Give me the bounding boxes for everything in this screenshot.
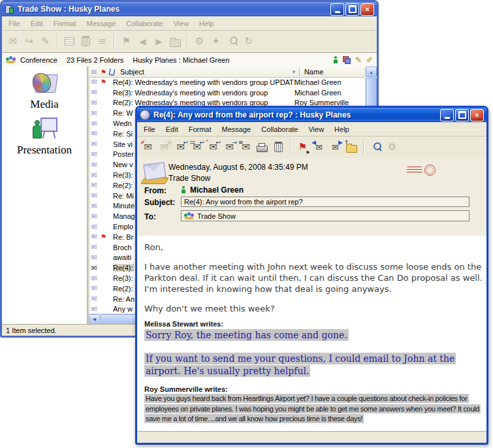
reply-with-quote-button[interactable]: ✉↩ — [189, 139, 205, 156]
menu-view[interactable]: View — [304, 124, 328, 135]
flag-button[interactable]: ⚑ — [118, 33, 135, 50]
summarize-button[interactable] — [61, 33, 78, 50]
title-bar[interactable]: Trade Show : Husky Planes × — [2, 2, 377, 16]
settings-button[interactable]: ✦ — [208, 33, 224, 50]
toolbar: ✉ ↪ ✎ ≡ ⚑ ◀ ▶ ⚙ ✦ ↻ — [2, 31, 377, 53]
subject-value: Re(4): Any word from the airport rep? — [184, 198, 303, 206]
subject-column-header[interactable]: Subject — [120, 68, 291, 76]
column-divider[interactable] — [299, 67, 300, 76]
menu-collaborate[interactable]: Collaborate — [121, 18, 167, 29]
toolbar-separator — [57, 34, 58, 50]
pencil-icon[interactable]: ✎ — [355, 56, 362, 65]
reply-button[interactable]: ✉↩ — [172, 139, 189, 156]
window-title: Re(4): Any word from the airport rep? : … — [153, 110, 437, 120]
list-header[interactable]: ✉ ⚑ Subject ▼ Name — [89, 67, 366, 78]
close-button[interactable]: × — [470, 109, 484, 121]
search-button[interactable] — [224, 33, 240, 50]
forward-icon: → — [232, 140, 237, 146]
unsend-button[interactable]: ✉⊘ — [156, 139, 172, 156]
window-controls: × — [330, 3, 374, 16]
sort-direction-icon[interactable]: ▼ — [291, 69, 296, 75]
menu-file[interactable]: File — [4, 18, 25, 29]
print-button[interactable] — [254, 139, 270, 156]
body-paragraph: I have another meeting with John next we… — [144, 261, 486, 295]
maximize-button[interactable] — [455, 109, 469, 121]
envelope-column-icon[interactable]: ✉ — [89, 69, 99, 76]
maximize-icon — [458, 111, 466, 119]
envelope-icon: ✉ — [315, 143, 323, 152]
parent-folder-button[interactable]: ↑ — [343, 139, 360, 156]
message-icon: ✉ — [89, 140, 99, 148]
toolbar: ✉✔ ✉⊘ ✉↩ ✉↩ ✉“↩ ✉→ ✉≡ ⚑▶ ✉◀ ✉▶ ↑ ⚙ — [137, 136, 486, 159]
next-unread-button[interactable]: ✉▶ — [327, 139, 343, 156]
forward-button[interactable]: ✉→ — [221, 139, 238, 156]
menu-help[interactable]: Help — [330, 124, 354, 135]
scroll-up-button[interactable]: ▲ — [366, 67, 377, 77]
next-icon: ▶ — [156, 37, 163, 46]
tools-button[interactable]: ⚙ — [384, 139, 400, 156]
pen-icon[interactable]: ✐ — [366, 56, 373, 65]
delete-button[interactable] — [270, 139, 287, 156]
folder-label: Media — [2, 98, 87, 111]
menu-format[interactable]: Format — [184, 124, 216, 135]
split-view-button[interactable]: ≡ — [94, 33, 110, 50]
toolbar-separator — [114, 34, 115, 50]
delete-button[interactable] — [78, 33, 94, 50]
toolbar-separator — [363, 140, 364, 155]
from-value[interactable]: Michael Green — [181, 185, 244, 195]
close-icon: × — [475, 112, 479, 119]
layers-icon[interactable] — [343, 56, 351, 64]
flag-icon: ⚑ — [99, 79, 108, 86]
menu-file[interactable]: File — [139, 124, 160, 135]
flag-column-icon[interactable]: ⚑ — [99, 69, 108, 76]
quoted-text: Sorry Roy, the meeting has come and gone… — [144, 329, 484, 342]
message-icon: ✉ — [89, 244, 99, 251]
maximize-button[interactable] — [345, 3, 359, 16]
list-item[interactable]: ✉⚑Re(4): Wednesday's meeting with vendor… — [89, 77, 366, 88]
reply-icon: ↩ — [215, 140, 221, 146]
permissions-button[interactable]: ⚙ — [191, 33, 208, 50]
new-message-button[interactable]: ✉ — [5, 33, 21, 50]
title-bar[interactable]: Re(4): Any word from the airport rep? : … — [137, 108, 486, 122]
attachment-column-icon[interactable] — [108, 68, 116, 76]
history-button[interactable]: ↻ — [240, 33, 257, 50]
folder-item-presentation[interactable]: Presentation — [2, 116, 87, 157]
list-item[interactable]: ✉Re(3): Wednesday's meeting with vendors… — [89, 88, 366, 98]
minimize-button[interactable] — [440, 109, 454, 121]
to-field[interactable]: Trade Show — [181, 210, 469, 221]
subject-field[interactable]: Re(4): Any word from the airport rep? — [181, 197, 469, 207]
menu-help[interactable]: Help — [195, 18, 219, 29]
close-button[interactable]: × — [360, 3, 374, 16]
menu-collaborate[interactable]: Collaborate — [257, 124, 302, 135]
minimize-icon — [445, 117, 450, 119]
search-button[interactable] — [368, 139, 384, 156]
menu-format[interactable]: Format — [49, 18, 81, 29]
new-message-icon: ✉ — [8, 37, 17, 46]
folder-label: Presentation — [2, 144, 87, 157]
parent-folder-button[interactable] — [167, 33, 183, 50]
menu-view[interactable]: View — [168, 18, 193, 29]
flag-button[interactable]: ⚑▶ — [294, 139, 311, 156]
menu-edit[interactable]: Edit — [161, 124, 183, 135]
scroll-left-button[interactable]: ◀ — [89, 314, 100, 325]
message-icon: ✉ — [89, 223, 99, 231]
message-icon: ✉ — [89, 192, 99, 199]
previous-unread-button[interactable]: ◀ — [135, 33, 151, 50]
menu-message[interactable]: Message — [82, 18, 121, 29]
menu-message[interactable]: Message — [217, 124, 256, 135]
open-button[interactable]: ↪ — [21, 33, 37, 50]
check-icon: ✔ — [140, 140, 146, 146]
previous-unread-button[interactable]: ✉◀ — [311, 139, 327, 156]
next-unread-button[interactable]: ▶ — [151, 33, 167, 50]
reply-sender-button[interactable]: ✉“↩ — [205, 139, 221, 156]
printer-icon — [257, 146, 268, 152]
mark-read-button[interactable]: ✉✔ — [140, 139, 156, 156]
name-column-header[interactable]: Name — [304, 68, 323, 76]
folder-item-media[interactable]: Media — [2, 72, 87, 111]
edit-button[interactable]: ✎ — [37, 33, 54, 50]
summarize-button[interactable]: ✉≡ — [238, 139, 254, 156]
minimize-button[interactable] — [330, 3, 344, 16]
from-label: From: — [144, 186, 167, 195]
flag-icon: ⚑ — [99, 234, 108, 240]
menu-edit[interactable]: Edit — [26, 18, 48, 29]
